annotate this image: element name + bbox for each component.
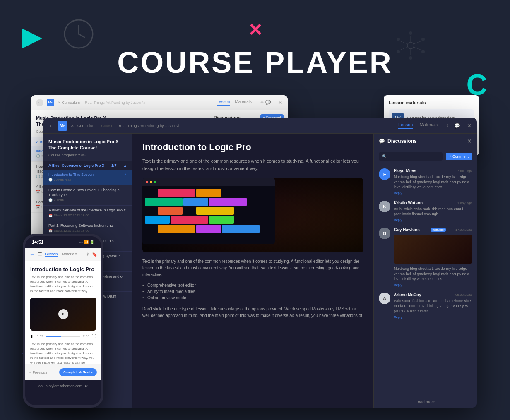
front-sidebar-item-0[interactable]: Introduction to This Section ✓ 🕐20 min r…	[43, 170, 132, 185]
front-reply-2[interactable]: Reply	[394, 283, 472, 287]
front-titlebar-icons: ☾ 💬	[446, 123, 460, 129]
front-disc-time-1: 1 day ago	[457, 201, 472, 205]
disc-item-front-1: K Kristin Watson 1 day ago Bruh listicle…	[379, 201, 472, 222]
svg-point-5	[409, 31, 412, 35]
lesson-tab-back[interactable]: Lesson	[217, 99, 230, 106]
mobile-time: 14:51	[32, 240, 43, 245]
front-back-arrow[interactable]: ←	[48, 122, 54, 129]
front-course-label: Course:	[101, 124, 115, 128]
front-titlebar: ← Ms ✕ Curriculum Course: Real Things Ar…	[43, 118, 477, 134]
mobile-lesson-title: Introduction to Logic Pro	[30, 266, 96, 272]
front-lesson-text1: Text is the primary and one of the commo…	[142, 158, 363, 172]
mobile-fill	[46, 336, 62, 337]
mobile-current-time: 1:02	[37, 334, 43, 338]
front-reply-3[interactable]: Reply	[394, 315, 472, 319]
front-x-curriculum: ✕	[71, 124, 74, 128]
dj-image-overlay	[394, 235, 472, 264]
mobile-status-bar: 14:51 ▪▪▪ 📶 🔋	[25, 236, 101, 248]
mobile-prev-btn[interactable]: < Previous	[29, 370, 47, 374]
front-disc-title: 💬 Discussions	[379, 138, 417, 144]
front-disc-close[interactable]: ✕	[467, 138, 472, 144]
front-disc-name-3: Arlene McCoy	[394, 293, 421, 297]
mobile-status-icons: ▪▪▪ 📶 🔋	[79, 240, 94, 244]
mobile-nav-icons: ☀ 🔖	[86, 252, 97, 257]
bullet-2: Ability to insert media files	[142, 288, 363, 295]
mobile-back-btn[interactable]: ←	[29, 251, 35, 258]
mockups-container: ← Ms ✕ Curriculum Real Things Art Painti…	[31, 95, 479, 408]
front-comment-btn[interactable]: + Comment	[446, 153, 472, 160]
front-reply-1[interactable]: Reply	[394, 218, 472, 222]
front-lesson-title: Introduction to Logic Pro	[142, 142, 363, 153]
mobile-track[interactable]	[46, 336, 81, 337]
front-lesson-text3: Don't stick to the one type of lesson. T…	[142, 306, 363, 319]
front-disc-time-0: 7 min ago	[457, 169, 472, 173]
mobile-nav-bar: ← ☰ Lesson Materials ☀ 🔖	[25, 248, 101, 261]
front-disc-search-bar: 🔍 + Comment	[374, 149, 477, 164]
front-disc-text-0: Mukbang blog street art, taxidermy live-…	[394, 174, 472, 190]
back-arrow[interactable]: ←	[36, 99, 43, 106]
mobile-lesson-tab[interactable]: Lesson	[45, 252, 58, 257]
front-bullet-list: Comprehensive text editor Ability to ins…	[142, 282, 363, 301]
front-close-btn[interactable]: ✕	[467, 122, 472, 129]
front-disc-text-1: Bruh listicle echo park, tbh man bun enn…	[394, 206, 472, 217]
front-sidebar-section: A Brief Overview of Logic Pro X 1/7 ▲	[43, 161, 132, 170]
mobile-progress-bar: ⏸ 1:02 2:18 ⛶	[30, 334, 96, 338]
front-discussions-panel: 💬 Discussions ✕ 🔍 + Comment F F	[373, 134, 477, 408]
front-disc-image	[394, 235, 472, 264]
mobile-materials-tab[interactable]: Materials	[62, 252, 77, 257]
front-disc-text-3: Palo santo fashion axe kombucha, iPhone …	[394, 298, 472, 314]
mobile-mockup: 14:51 ▪▪▪ 📶 🔋 ← ☰ Lesson Materials ☀ 🔖 I…	[23, 234, 103, 408]
mobile-address-text: a stylemixthemes.com	[46, 384, 82, 388]
curriculum-x-back: ✕ Curriculum	[58, 101, 80, 105]
mobile-menu-icon[interactable]: ☰	[38, 252, 42, 257]
materials-tab-back[interactable]: Materials	[235, 99, 252, 106]
front-disc-name-1: Kristin Watson	[394, 201, 423, 205]
front-logo: Ms	[58, 121, 67, 131]
bullet-3: Online preview mode	[142, 295, 363, 301]
front-lesson-tab[interactable]: Lesson	[398, 122, 413, 129]
mobile-tabs: Lesson Materials	[45, 252, 77, 257]
front-materials-tab[interactable]: Materials	[419, 122, 438, 129]
mobile-content: Introduction to Logic Pro Text is the pr…	[25, 261, 101, 364]
front-disc-content-1: Kristin Watson 1 day ago Bruh listicle e…	[394, 201, 472, 222]
front-disc-list: F Floyd Miles 7 min ago Mukbang blog str…	[374, 164, 477, 396]
battery-icon: 🔋	[90, 240, 94, 244]
front-disc-search-input[interactable]: 🔍	[379, 152, 443, 161]
mobile-fullscreen-icon[interactable]: ⛶	[92, 334, 96, 338]
load-more-btn[interactable]: Load more	[374, 396, 477, 408]
front-lesson-text2: Text is the primary and one of the commo…	[142, 258, 363, 278]
svg-point-6	[421, 38, 425, 41]
front-video-thumb	[142, 178, 363, 252]
mobile-play-btn[interactable]: ▶	[58, 309, 68, 319]
disc-item-front-3: A Arlene McCoy 05.08.2023 Palo santo fas…	[379, 293, 472, 319]
front-avatar-2: G	[379, 228, 390, 239]
discuss-icon: 💬	[454, 123, 460, 129]
pink-x-icon: ✕	[248, 20, 262, 40]
svg-point-1	[65, 20, 93, 48]
front-disc-content-2: Guy Hawkins Instructor 17.08.2023 Mukban…	[394, 228, 472, 287]
front-avatar-1: K	[379, 201, 390, 212]
front-disc-text-2: Mukbang blog street art, taxidermy live-…	[394, 266, 472, 282]
page-title: COURSE PLAYER	[0, 46, 510, 79]
mobile-next-btn[interactable]: Complete & Next >	[59, 368, 97, 376]
front-disc-time-2: 17.08.2023	[455, 228, 472, 232]
front-reply-0[interactable]: Reply	[394, 191, 472, 195]
front-sidebar-item-1[interactable]: How to Create a New Project + Choosing a…	[43, 185, 132, 206]
mobile-lesson-text2: Text is the primary and one of the commo…	[30, 342, 96, 364]
front-avatar-0: F	[379, 168, 390, 180]
front-disc-content-0: Floyd Miles 7 min ago Mukbang blog stree…	[394, 168, 472, 195]
bullet-1: Comprehensive text editor	[142, 282, 363, 288]
mobile-pause-btn[interactable]: ⏸	[30, 334, 34, 338]
logo-back: Ms	[47, 99, 54, 106]
moon-icon: ☾	[446, 123, 451, 129]
front-sidebar-progress: Course progress: 27%	[43, 153, 132, 161]
svg-line-12	[414, 41, 421, 44]
front-disc-name-0: Floyd Miles	[394, 168, 416, 173]
close-back[interactable]: ✕	[278, 99, 283, 106]
mobile-refresh-icon[interactable]: ⟳	[85, 384, 88, 388]
front-sidebar-item-2[interactable]: A Brief Overview of the Interface in Log…	[43, 206, 132, 221]
mobile-sun-icon: ☀	[86, 252, 89, 257]
lm-title: Lesson materials	[389, 100, 474, 105]
svg-line-3	[79, 34, 84, 37]
front-avatar-3: A	[379, 293, 390, 304]
